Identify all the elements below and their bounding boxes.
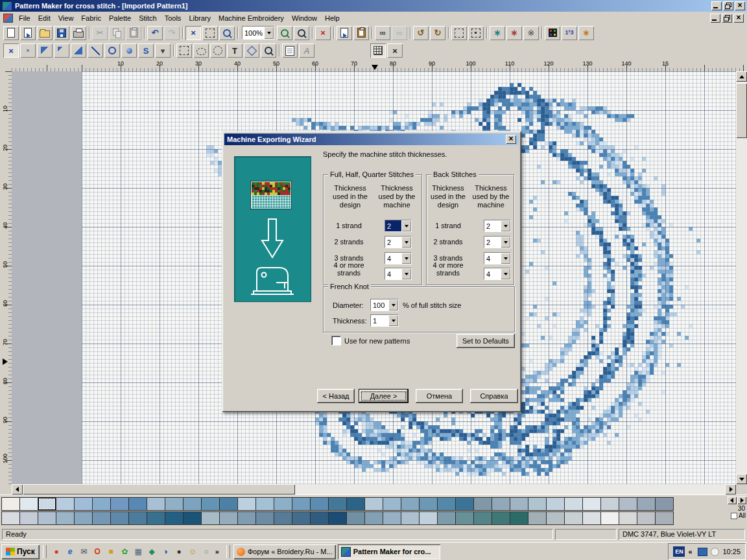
- palette-swatch[interactable]: [419, 497, 438, 511]
- scroll-left-button[interactable]: [12, 484, 23, 495]
- shape-tool[interactable]: [244, 43, 259, 58]
- mdi-document-icon[interactable]: [3, 14, 13, 23]
- full-stitch-tool[interactable]: ×: [3, 43, 19, 58]
- thickness-combo[interactable]: 1: [370, 314, 399, 327]
- palette-swatch[interactable]: [147, 497, 165, 511]
- set-to-defaults-button[interactable]: Set to Defaults: [456, 334, 515, 348]
- palette-swatch[interactable]: [74, 511, 93, 525]
- palette-swatch[interactable]: [38, 511, 56, 525]
- palette-swatch[interactable]: [346, 511, 365, 525]
- petite-stitch-tool[interactable]: ×: [20, 43, 36, 58]
- palette-swatch[interactable]: [619, 497, 637, 511]
- quarter-stitch-tool[interactable]: [54, 43, 69, 58]
- zoom-combo[interactable]: 100%: [242, 26, 274, 40]
- palette-swatch[interactable]: [600, 497, 619, 511]
- menu-window[interactable]: Window: [288, 13, 321, 23]
- palette-swatch[interactable]: [310, 511, 329, 525]
- copy-button[interactable]: [109, 26, 124, 40]
- find-button[interactable]: ∞: [375, 26, 390, 40]
- palette-swatch[interactable]: [637, 497, 656, 511]
- palette-swatch[interactable]: [328, 511, 347, 525]
- delete-button[interactable]: ×: [315, 26, 331, 40]
- palette-swatch[interactable]: [237, 511, 256, 525]
- palette-swatch[interactable]: [128, 497, 147, 511]
- menu-tools[interactable]: Tools: [161, 13, 185, 23]
- print-button[interactable]: [71, 26, 86, 40]
- options-button[interactable]: ∗: [578, 26, 594, 40]
- palette-all-checkbox[interactable]: [731, 513, 737, 519]
- close-button[interactable]: [735, 1, 745, 10]
- scroll-right-button[interactable]: [725, 484, 736, 495]
- palette-swatch[interactable]: [255, 497, 274, 511]
- quick-launch-overflow-chevron[interactable]: [215, 548, 223, 555]
- menu-help[interactable]: Help: [321, 13, 344, 23]
- palette-swatch[interactable]: [364, 511, 383, 525]
- palette-swatch[interactable]: [637, 511, 656, 525]
- ruler-h-marker[interactable]: [372, 65, 378, 70]
- quicklaunch-media[interactable]: ●: [50, 545, 64, 559]
- ruler-v-marker[interactable]: [3, 358, 8, 365]
- dialog-titlebar[interactable]: Machine Exporting Wizard: [224, 134, 519, 145]
- rotate-ccw-button[interactable]: ↺: [413, 26, 429, 40]
- vertical-scrollbar[interactable]: [736, 71, 747, 484]
- use-for-new-patterns-checkbox[interactable]: [331, 336, 341, 345]
- wizard-help-button[interactable]: Справка: [470, 389, 518, 403]
- scroll-up-button[interactable]: [736, 71, 747, 82]
- mdi-minimize-button[interactable]: [710, 14, 720, 23]
- optimize-button[interactable]: ∗: [490, 26, 505, 40]
- save-button[interactable]: [54, 26, 69, 40]
- palette-swatch[interactable]: [56, 497, 75, 511]
- palette-swatch[interactable]: [274, 511, 292, 525]
- palette-swatch[interactable]: [1, 511, 20, 525]
- palette-swatch[interactable]: [110, 497, 129, 511]
- palette-swatch[interactable]: [274, 497, 292, 511]
- paste-special-button[interactable]: [353, 26, 369, 40]
- restore-button[interactable]: [723, 1, 733, 10]
- minimize-button[interactable]: [711, 1, 722, 10]
- palette-swatch[interactable]: [546, 511, 565, 525]
- scroll-down-button[interactable]: [736, 474, 747, 484]
- palette-swatch[interactable]: [492, 497, 510, 511]
- palette-swatch[interactable]: [455, 511, 474, 525]
- vertical-scroll-thumb[interactable]: [736, 83, 747, 138]
- wizard-back-button[interactable]: < Назад: [317, 389, 355, 403]
- palette-swatch[interactable]: [19, 511, 38, 525]
- palette-swatch[interactable]: [328, 497, 347, 511]
- palette-swatch[interactable]: [528, 511, 547, 525]
- network-monitor-icon[interactable]: [698, 548, 707, 556]
- palette-swatch[interactable]: [56, 511, 75, 525]
- palette-swatch[interactable]: [292, 511, 311, 525]
- palette-swatch[interactable]: [455, 497, 474, 511]
- palette-swatch[interactable]: [346, 497, 365, 511]
- half-stitch-tool[interactable]: [37, 43, 53, 58]
- palette-swatch[interactable]: [473, 511, 492, 525]
- zoom-tool[interactable]: [261, 43, 276, 58]
- dropdown-arrow-icon[interactable]: [501, 268, 510, 279]
- zoom-dropdown-arrow-icon[interactable]: [264, 27, 274, 39]
- quicklaunch-opera[interactable]: O: [91, 545, 104, 559]
- wizard-cancel-button[interactable]: Отмена: [416, 389, 463, 403]
- palette-swatch[interactable]: [201, 497, 220, 511]
- redo-button[interactable]: ↷: [164, 26, 180, 40]
- palette-swatch[interactable]: [383, 511, 401, 525]
- select-all-button[interactable]: [468, 26, 484, 40]
- horizontal-scroll-thumb[interactable]: [23, 484, 295, 495]
- open-button[interactable]: [37, 26, 53, 40]
- palette-swatch[interactable]: [19, 497, 38, 511]
- back-1-strand-combo[interactable]: 2: [484, 220, 511, 232]
- fhq-3-strands-combo[interactable]: 4: [385, 252, 412, 264]
- three-quarter-stitch-tool[interactable]: [71, 43, 86, 58]
- special-stitch-tool[interactable]: S: [138, 43, 154, 58]
- mdi-restore-button[interactable]: [722, 14, 732, 23]
- palette-swatch[interactable]: [492, 511, 510, 525]
- mdi-close-button[interactable]: [733, 14, 744, 23]
- french-knot-tool[interactable]: [104, 43, 120, 58]
- palette-swatch[interactable]: [564, 511, 583, 525]
- palette-swatch[interactable]: [183, 497, 202, 511]
- palette-swatch[interactable]: [383, 497, 401, 511]
- palette-swatch[interactable]: [364, 497, 383, 511]
- palette-swatch[interactable]: [110, 511, 129, 525]
- view-information-button[interactable]: [219, 26, 235, 40]
- palette-swatch[interactable]: [165, 511, 184, 525]
- dialog-close-button[interactable]: [506, 135, 516, 144]
